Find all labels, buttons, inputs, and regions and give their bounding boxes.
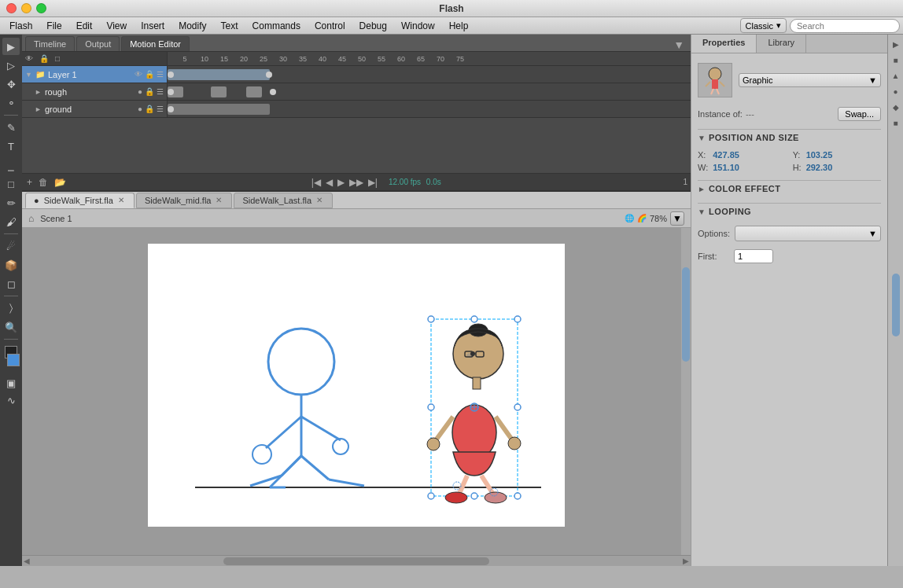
zoom-menu-btn[interactable]: ▼: [670, 211, 684, 226]
close-tab-first[interactable]: ✕: [118, 196, 124, 204]
scene-home-icon[interactable]: ⌂: [28, 213, 34, 224]
line-tool[interactable]: ⎯: [2, 156, 20, 174]
eraser-tool[interactable]: ◻: [2, 275, 20, 292]
looping-options-dropdown[interactable]: ▼: [735, 226, 881, 241]
layer-frames-layer1[interactable]: [168, 66, 691, 83]
smooth-tool[interactable]: ∿: [2, 391, 20, 409]
tab-output[interactable]: Output: [76, 36, 120, 51]
menu-flash[interactable]: Flash: [3, 19, 39, 33]
free-transform-tool[interactable]: ✥: [2, 75, 20, 93]
menu-text[interactable]: Text: [215, 19, 245, 33]
w-value[interactable]: 151.10: [713, 163, 787, 172]
eye-toggle-rough[interactable]: ●: [138, 87, 142, 96]
eye-toggle-ground[interactable]: ●: [138, 105, 142, 113]
panel-icon-5[interactable]: ◆: [890, 101, 902, 113]
y-value[interactable]: 103.25: [806, 150, 881, 160]
layer-frames-ground[interactable]: [168, 101, 691, 117]
close-button[interactable]: [6, 3, 17, 13]
stage[interactable]: [148, 244, 565, 527]
close-tab-last[interactable]: ✕: [316, 196, 322, 204]
add-folder-btn[interactable]: 📂: [53, 175, 68, 189]
first-value-input[interactable]: [734, 249, 773, 263]
minimize-button[interactable]: [21, 3, 31, 13]
go-end-btn[interactable]: ▶|: [367, 175, 379, 189]
snap-to-objects[interactable]: ▣: [2, 374, 20, 391]
color-effect-header[interactable]: ► COLOR EFFECT: [698, 180, 881, 195]
add-layer-btn[interactable]: +: [25, 175, 34, 189]
layer-info-rough[interactable]: ► rough ● 🔒 ☰: [22, 83, 168, 100]
panel-icon-4[interactable]: ●: [890, 85, 902, 97]
file-tab-first[interactable]: ● SideWalk_First.fla ✕: [25, 193, 135, 208]
timeline-collapse-icon[interactable]: ▼: [673, 39, 684, 51]
outline-toggle-ground[interactable]: ☰: [157, 105, 164, 113]
menu-insert[interactable]: Insert: [135, 19, 171, 33]
lasso-tool[interactable]: ⚬: [2, 94, 20, 112]
workspace-dropdown[interactable]: Classic ▾: [740, 18, 787, 33]
zoom-tool[interactable]: 🔍: [2, 318, 20, 336]
close-tab-mid[interactable]: ✕: [216, 196, 222, 204]
text-tool[interactable]: T: [2, 138, 20, 155]
scroll-left-btn[interactable]: ◀: [24, 557, 30, 565]
properties-tab[interactable]: Properties: [691, 35, 757, 53]
brush-tool[interactable]: 🖌: [2, 213, 20, 230]
step-forward-btn[interactable]: ▶▶: [348, 175, 365, 189]
hand-tool[interactable]: 〉: [2, 300, 20, 317]
lock-toggle-rough[interactable]: 🔒: [145, 87, 154, 96]
delete-layer-btn[interactable]: 🗑: [37, 175, 50, 189]
expand-arrow-rough[interactable]: ►: [35, 88, 42, 96]
layer-info-ground[interactable]: ► ground ● 🔒 ☰: [22, 101, 168, 117]
h-value[interactable]: 292.30: [806, 163, 881, 172]
panel-icon-1[interactable]: ▶: [890, 38, 902, 50]
lock-toggle-ground[interactable]: 🔒: [145, 105, 154, 113]
menu-commands[interactable]: Commands: [246, 19, 307, 33]
lock-icon[interactable]: 🔒: [39, 54, 49, 63]
library-tab[interactable]: Library: [757, 35, 806, 53]
menu-modify[interactable]: Modify: [172, 19, 212, 33]
select-tool[interactable]: ▶: [2, 38, 20, 55]
outline-icon[interactable]: □: [55, 54, 60, 63]
pen-tool[interactable]: ✎: [2, 119, 20, 136]
play-btn[interactable]: ▶: [336, 175, 346, 189]
graphic-type-dropdown[interactable]: Graphic ▼: [739, 73, 881, 87]
subselect-tool[interactable]: ▷: [2, 57, 20, 74]
panel-icon-2[interactable]: ■: [890, 53, 902, 66]
outline-toggle-rough[interactable]: ☰: [157, 87, 164, 96]
menu-window[interactable]: Window: [395, 19, 441, 33]
eye-icon[interactable]: 👁: [25, 54, 33, 63]
menu-view[interactable]: View: [100, 19, 133, 33]
search-input[interactable]: [790, 19, 900, 33]
canvas-vertical-scrollbar[interactable]: [681, 228, 691, 555]
layer-info-layer1[interactable]: ▼ 📁 Layer 1 👁 🔒 ☰: [22, 66, 168, 83]
position-size-header[interactable]: ▼ POSITION AND SIZE: [698, 129, 881, 144]
looping-header[interactable]: ▼ LOOPING: [698, 203, 881, 218]
paint-bucket-tool[interactable]: ☄: [2, 237, 20, 255]
scroll-right-btn[interactable]: ▶: [683, 557, 689, 565]
file-tab-last[interactable]: SideWalk_Last.fla ✕: [234, 193, 333, 208]
right-panel-scrollbar-thumb[interactable]: [892, 274, 900, 336]
tab-motion-editor[interactable]: Motion Editor: [121, 36, 190, 51]
h-scroll-thumb[interactable]: [223, 557, 489, 565]
panel-icon-3[interactable]: ▲: [890, 69, 902, 82]
tab-timeline[interactable]: Timeline: [25, 36, 75, 51]
rect-tool[interactable]: □: [2, 175, 20, 193]
x-value[interactable]: 427.85: [713, 150, 787, 160]
menu-debug[interactable]: Debug: [353, 19, 393, 33]
eye-toggle-layer1[interactable]: 👁: [135, 70, 142, 79]
panel-icon-6[interactable]: ■: [890, 116, 902, 129]
step-back-btn[interactable]: ◀: [324, 175, 334, 189]
layer-frames-rough[interactable]: [168, 83, 691, 100]
go-start-btn[interactable]: |◀: [310, 175, 322, 189]
menu-file[interactable]: File: [40, 19, 68, 33]
file-tab-mid[interactable]: SideWalk_mid.fla ✕: [136, 193, 233, 208]
pencil-tool[interactable]: ✏: [2, 194, 20, 211]
eyedropper-tool[interactable]: 📦: [2, 256, 20, 274]
expand-arrow-layer1[interactable]: ▼: [25, 71, 32, 79]
outline-toggle-layer1[interactable]: ☰: [157, 70, 164, 79]
fill-color[interactable]: [7, 354, 20, 366]
lock-toggle-layer1[interactable]: 🔒: [145, 70, 154, 79]
swap-button[interactable]: Swap...: [838, 107, 881, 121]
menu-control[interactable]: Control: [308, 19, 352, 33]
expand-arrow-ground[interactable]: ►: [35, 105, 42, 113]
maximize-button[interactable]: [36, 3, 46, 13]
menu-help[interactable]: Help: [443, 19, 475, 33]
